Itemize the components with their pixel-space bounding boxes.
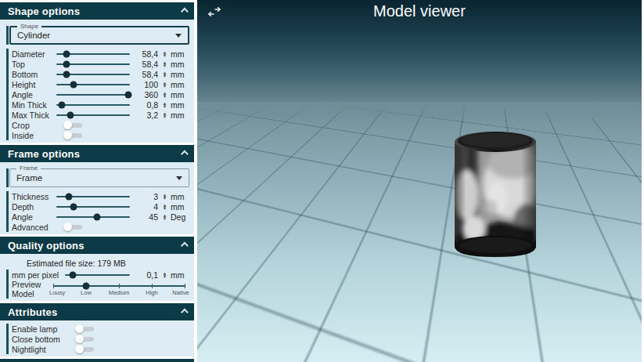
toggle-row: Close bottom (6, 334, 189, 344)
slider-knob[interactable] (63, 60, 70, 67)
attributes-body: Enable lamp Close bottom Nightlight (0, 320, 194, 357)
frame-angle-value[interactable]: 45 (135, 212, 158, 222)
top-value[interactable]: 58,4 (135, 60, 158, 69)
chevron-up-icon (181, 7, 189, 15)
options-sidebar: Shape options Shape Cylinder Diameter 58… (0, 0, 194, 362)
nightlight-toggle[interactable] (75, 345, 95, 353)
slider-row: Diameter 58,4 ▲▼ mm (6, 49, 189, 59)
panel-title: Attributes (8, 306, 57, 318)
slider-knob[interactable] (65, 193, 72, 200)
height-slider[interactable] (56, 84, 130, 85)
shape-select[interactable]: Shape Cylinder (9, 26, 189, 45)
model-viewer-canvas[interactable]: Model viewer (197, 0, 642, 362)
quality-track[interactable] (53, 285, 185, 287)
bottom-slider[interactable] (56, 74, 130, 75)
value-stepper[interactable]: ▲▼ (160, 61, 169, 67)
value-stepper[interactable]: ▲▼ (160, 102, 169, 108)
value-stepper[interactable]: ▲▼ (160, 51, 169, 57)
thickness-value[interactable]: 3 (135, 192, 158, 201)
height-value[interactable]: 100 (135, 80, 158, 89)
panel-title: Shape options (8, 5, 80, 17)
chevron-up-icon (181, 308, 189, 316)
inside-toggle[interactable] (63, 131, 84, 139)
slider-knob[interactable] (63, 71, 70, 78)
depth-slider[interactable] (56, 206, 130, 208)
toggle-row: Advanced (6, 222, 189, 232)
value-stepper[interactable]: ▲▼ (160, 204, 169, 210)
slider-knob[interactable] (93, 213, 100, 220)
select-label: Frame (16, 165, 41, 172)
value-stepper[interactable]: ▲▼ (160, 92, 169, 98)
slider-row: Angle 360 ▲▼ mm (6, 89, 189, 100)
value-stepper[interactable]: ▲▼ (160, 214, 169, 220)
slider-knob[interactable] (67, 111, 74, 118)
toggle-row: Enable lamp (6, 324, 189, 334)
close-bottom-toggle[interactable] (75, 335, 95, 343)
slider-knob[interactable] (63, 50, 70, 57)
crop-toggle[interactable] (63, 121, 84, 129)
dropdown-arrow-icon (175, 34, 182, 38)
min-thick-value[interactable]: 0,8 (135, 100, 158, 110)
slider-row: Height 100 ▲▼ mm (6, 79, 189, 89)
frame-options-body: Frame Frame Thickness 3 ▲▼ mm Depth 4 ▲▼… (0, 162, 194, 234)
shape-options-body: Shape Cylinder Diameter 58,4 ▲▼ mm Top 5… (0, 20, 194, 143)
slider-knob[interactable] (69, 271, 76, 278)
select-value: Frame (16, 173, 42, 183)
slider-row: Depth 4 ▲▼ mm (6, 201, 189, 212)
enable-lamp-toggle[interactable] (75, 324, 95, 333)
quality-tick-labels: Lousy Low Medium High Native (53, 289, 185, 296)
lithophane-cylinder-model (451, 129, 540, 262)
slider-knob[interactable] (58, 101, 65, 108)
viewer-title: Model viewer (197, 2, 642, 20)
model-quality-slider[interactable]: Lousy Low Medium High Native (53, 283, 185, 297)
advanced-toggle[interactable] (63, 223, 84, 231)
frame-options-header[interactable]: Frame options (0, 145, 194, 162)
value-stepper[interactable]: ▲▼ (160, 112, 169, 118)
toggle-row: Nightlight (6, 344, 189, 354)
frame-angle-slider[interactable] (56, 216, 130, 218)
max-thick-slider[interactable] (56, 114, 130, 116)
slider-row: Top 58,4 ▲▼ mm (6, 59, 189, 69)
top-slider[interactable] (56, 63, 130, 65)
preview-label[interactable]: Preview (12, 280, 56, 289)
shape-options-header[interactable]: Shape options (0, 2, 194, 20)
bottom-value[interactable]: 58,4 (135, 70, 158, 79)
slider-row: Max Thick 3,2 ▲▼ mm (6, 110, 189, 120)
mm-per-pixel-value[interactable]: 0,1 (135, 270, 158, 280)
diameter-value[interactable]: 58,4 (135, 49, 158, 59)
value-stepper[interactable]: ▲▼ (160, 272, 169, 278)
select-label: Shape (17, 23, 41, 30)
slider-knob[interactable] (70, 81, 77, 88)
accent-bar (6, 168, 9, 187)
quality-options-body: Estimated file size: 179 MB mm per pixel… (0, 254, 194, 301)
depth-value[interactable]: 4 (135, 202, 158, 212)
slider-row: Bottom 58,4 ▲▼ mm (6, 69, 189, 79)
mm-per-pixel-slider[interactable] (65, 274, 130, 276)
max-thick-value[interactable]: 3,2 (135, 110, 158, 120)
file-size-estimate: Estimated file size: 179 MB (6, 257, 189, 270)
panel-title: Frame options (8, 148, 80, 160)
grid-plane (197, 102, 642, 324)
scene-ground (197, 102, 642, 362)
frame-select[interactable]: Frame Frame (9, 168, 189, 187)
angle-slider[interactable] (56, 94, 130, 96)
attributes-header[interactable]: Attributes (0, 303, 194, 320)
diameter-slider[interactable] (56, 53, 130, 55)
chevron-up-icon (181, 150, 189, 157)
angle-value[interactable]: 360 (135, 90, 158, 100)
slider-row: Angle 45 ▲▼ Deg (6, 212, 189, 222)
thickness-slider[interactable] (56, 196, 130, 197)
slider-row: mm per pixel 0,1 ▲▼ mm (6, 270, 189, 280)
accent-bar (6, 26, 9, 45)
slider-knob[interactable] (70, 203, 77, 210)
slider-row: Thickness 3 ▲▼ mm (6, 191, 189, 201)
toggle-row: Inside (6, 130, 189, 140)
value-stepper[interactable]: ▲▼ (160, 81, 169, 88)
model-options-header[interactable]: Model options (0, 359, 194, 362)
slider-knob[interactable] (125, 91, 132, 98)
min-thick-slider[interactable] (56, 104, 130, 106)
value-stepper[interactable]: ▲▼ (160, 194, 169, 200)
value-stepper[interactable]: ▲▼ (160, 71, 169, 78)
slider-row: Min Thick 0,8 ▲▼ mm (6, 100, 189, 110)
quality-options-header[interactable]: Quality options (0, 237, 194, 254)
